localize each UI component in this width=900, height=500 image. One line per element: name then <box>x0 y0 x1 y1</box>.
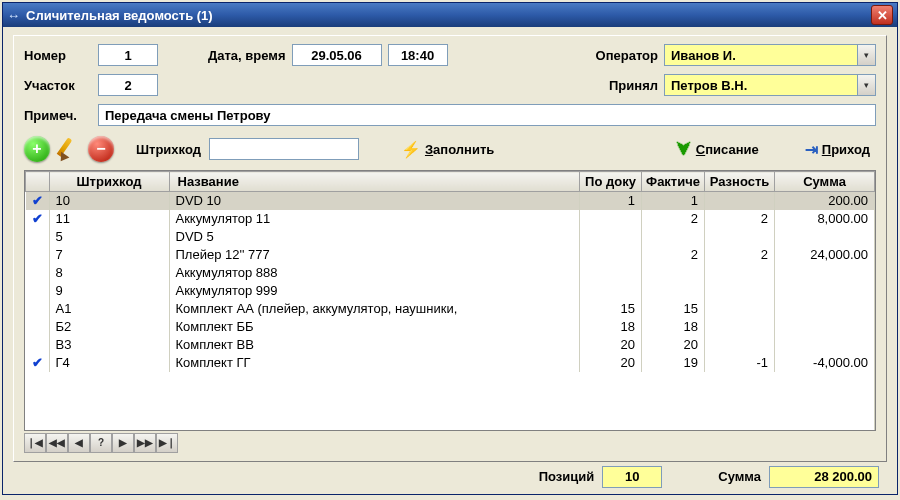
col-sum[interactable]: Сумма <box>775 172 875 192</box>
barcode-input[interactable] <box>209 138 359 160</box>
cell-doc[interactable]: 20 <box>580 354 642 372</box>
cell-code[interactable]: Б2 <box>49 318 169 336</box>
cell-sum[interactable] <box>775 228 875 246</box>
operator-dropdown-icon[interactable]: ▾ <box>858 44 876 66</box>
cell-diff[interactable] <box>705 300 775 318</box>
writeoff-button[interactable]: ⮟ Списание <box>670 138 765 160</box>
nav-prev-page[interactable]: ◀◀ <box>46 433 68 453</box>
cell-title[interactable]: Аккумулятор 999 <box>169 282 580 300</box>
cell-check[interactable] <box>26 300 50 318</box>
col-check[interactable] <box>26 172 50 192</box>
cell-fact[interactable] <box>642 228 705 246</box>
nav-last[interactable]: ▶❘ <box>156 433 178 453</box>
cell-sum[interactable] <box>775 264 875 282</box>
time-field[interactable]: 18:40 <box>388 44 448 66</box>
cell-doc[interactable]: 18 <box>580 318 642 336</box>
cell-title[interactable]: Аккумулятор 11 <box>169 210 580 228</box>
cell-diff[interactable]: -1 <box>705 354 775 372</box>
cell-sum[interactable]: 200.00 <box>775 192 875 210</box>
accepted-combo[interactable]: Петров В.Н. ▾ <box>664 74 876 96</box>
nav-query[interactable]: ? <box>90 433 112 453</box>
table-row[interactable]: ✔11Аккумулятор 11228,000.00 <box>26 210 875 228</box>
table-row[interactable]: 5DVD 5 <box>26 228 875 246</box>
cell-code[interactable]: 10 <box>49 192 169 210</box>
cell-code[interactable]: 9 <box>49 282 169 300</box>
table-row[interactable]: 8Аккумулятор 888 <box>26 264 875 282</box>
section-field[interactable]: 2 <box>98 74 158 96</box>
cell-code[interactable]: 8 <box>49 264 169 282</box>
cell-title[interactable]: Плейер 12'' 777 <box>169 246 580 264</box>
cell-sum[interactable]: -4,000.00 <box>775 354 875 372</box>
cell-doc[interactable]: 20 <box>580 336 642 354</box>
cell-title[interactable]: Аккумулятор 888 <box>169 264 580 282</box>
cell-doc[interactable] <box>580 228 642 246</box>
cell-doc[interactable] <box>580 210 642 228</box>
cell-check[interactable] <box>26 246 50 264</box>
income-button[interactable]: ⇥ Приход <box>799 138 876 161</box>
cell-code[interactable]: В3 <box>49 336 169 354</box>
cell-check[interactable] <box>26 264 50 282</box>
add-button[interactable]: + <box>24 136 50 162</box>
cell-check[interactable]: ✔ <box>26 210 50 228</box>
cell-title[interactable]: Комплект ВВ <box>169 336 580 354</box>
cell-check[interactable] <box>26 336 50 354</box>
operator-combo[interactable]: Иванов И. ▾ <box>664 44 876 66</box>
delete-button[interactable]: − <box>88 136 114 162</box>
cell-fact[interactable]: 2 <box>642 246 705 264</box>
fill-button[interactable]: ⚡ Заполнить <box>395 138 500 161</box>
cell-doc[interactable] <box>580 246 642 264</box>
cell-check[interactable]: ✔ <box>26 354 50 372</box>
nav-first[interactable]: ❘◀ <box>24 433 46 453</box>
close-button[interactable]: ✕ <box>871 5 893 25</box>
table-row[interactable]: ✔Г4Комплект ГГ2019-1-4,000.00 <box>26 354 875 372</box>
col-diff[interactable]: Разность <box>705 172 775 192</box>
cell-doc[interactable] <box>580 282 642 300</box>
number-field[interactable]: 1 <box>98 44 158 66</box>
cell-fact[interactable]: 20 <box>642 336 705 354</box>
cell-title[interactable]: DVD 10 <box>169 192 580 210</box>
nav-prev[interactable]: ◀ <box>68 433 90 453</box>
cell-sum[interactable] <box>775 282 875 300</box>
date-field[interactable]: 29.05.06 <box>292 44 382 66</box>
cell-diff[interactable] <box>705 336 775 354</box>
cell-sum[interactable] <box>775 318 875 336</box>
cell-sum[interactable] <box>775 300 875 318</box>
cell-code[interactable]: 5 <box>49 228 169 246</box>
cell-code[interactable]: 11 <box>49 210 169 228</box>
cell-fact[interactable]: 19 <box>642 354 705 372</box>
cell-sum[interactable]: 24,000.00 <box>775 246 875 264</box>
cell-fact[interactable]: 1 <box>642 192 705 210</box>
cell-doc[interactable]: 15 <box>580 300 642 318</box>
col-name[interactable]: Название <box>169 172 580 192</box>
cell-diff[interactable] <box>705 192 775 210</box>
cell-code[interactable]: А1 <box>49 300 169 318</box>
note-field[interactable]: Передача смены Петрову <box>98 104 876 126</box>
cell-doc[interactable] <box>580 264 642 282</box>
table-row[interactable]: В3Комплект ВВ2020 <box>26 336 875 354</box>
cell-sum[interactable] <box>775 336 875 354</box>
table-row[interactable]: Б2Комплект ББ1818 <box>26 318 875 336</box>
cell-title[interactable]: Комплект АА (плейер, аккумулятор, наушни… <box>169 300 580 318</box>
cell-code[interactable]: 7 <box>49 246 169 264</box>
nav-next[interactable]: ▶ <box>112 433 134 453</box>
cell-diff[interactable]: 2 <box>705 210 775 228</box>
cell-fact[interactable]: 18 <box>642 318 705 336</box>
cell-diff[interactable] <box>705 318 775 336</box>
nav-next-page[interactable]: ▶▶ <box>134 433 156 453</box>
cell-title[interactable]: Комплект ГГ <box>169 354 580 372</box>
cell-fact[interactable] <box>642 282 705 300</box>
cell-diff[interactable] <box>705 264 775 282</box>
cell-fact[interactable]: 2 <box>642 210 705 228</box>
edit-button[interactable] <box>58 138 80 160</box>
cell-diff[interactable] <box>705 228 775 246</box>
cell-check[interactable] <box>26 282 50 300</box>
cell-diff[interactable]: 2 <box>705 246 775 264</box>
table-row[interactable]: 7Плейер 12'' 7772224,000.00 <box>26 246 875 264</box>
cell-fact[interactable]: 15 <box>642 300 705 318</box>
cell-fact[interactable] <box>642 264 705 282</box>
table-row[interactable]: ✔10DVD 1011200.00 <box>26 192 875 210</box>
cell-check[interactable]: ✔ <box>26 192 50 210</box>
data-table[interactable]: Штрихкод Название По доку Фактиче Разнос… <box>25 171 875 430</box>
title-bar[interactable]: ↔ Сличительная ведомость (1) ✕ <box>3 3 897 27</box>
cell-check[interactable] <box>26 228 50 246</box>
